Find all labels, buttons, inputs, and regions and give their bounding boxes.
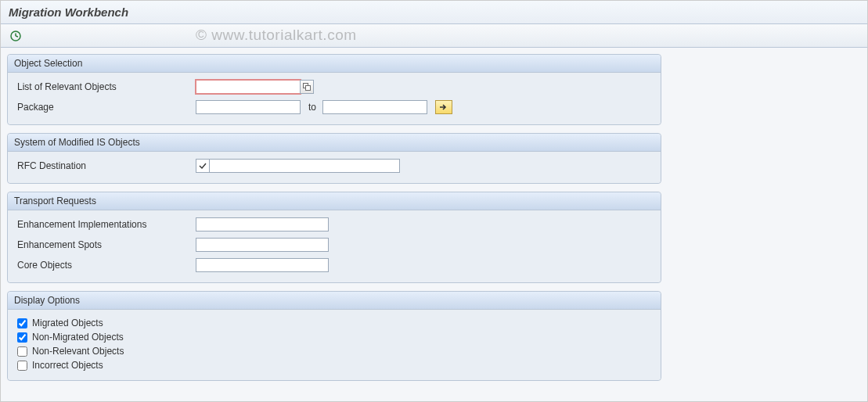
- checkbox-non-relevant-objects[interactable]: [17, 346, 27, 357]
- execute-clock-icon: [9, 30, 22, 42]
- group-transport-requests: Transport Requests Enhancement Implement…: [7, 192, 661, 283]
- arrow-right-icon: [439, 103, 448, 111]
- app-window: Migration Workbench © www.tutorialkart.c…: [0, 0, 868, 402]
- group-header-system-modified: System of Modified IS Objects: [8, 134, 661, 152]
- input-package-from[interactable]: [196, 100, 301, 114]
- input-enh-spots[interactable]: [196, 238, 329, 252]
- row-core-objects: Core Objects: [14, 256, 654, 275]
- page-title: Migration Workbench: [9, 5, 128, 19]
- group-object-selection: Object Selection List of Relevant Object…: [7, 54, 661, 125]
- input-enh-implementations[interactable]: [196, 217, 329, 232]
- row-enh-implementations: Enhancement Implementations: [14, 215, 654, 234]
- row-migrated-objects: Migrated Objects: [17, 318, 654, 328]
- row-list-relevant-objects: List of Relevant Objects: [14, 77, 654, 96]
- group-display-options: Display Options Migrated Objects Non-Mig…: [7, 291, 661, 381]
- label-list-relevant-objects: List of Relevant Objects: [14, 81, 196, 92]
- row-non-migrated-objects: Non-Migrated Objects: [17, 332, 654, 343]
- group-body-object-selection: List of Relevant Objects Package to: [8, 73, 661, 124]
- application-toolbar: [1, 24, 867, 48]
- row-enh-spots: Enhancement Spots: [14, 235, 654, 254]
- label-to: to: [308, 102, 316, 113]
- svg-rect-4: [306, 86, 311, 91]
- checkmark-icon: [199, 162, 207, 170]
- checkbox-incorrect-objects[interactable]: [17, 361, 27, 371]
- execute-button[interactable]: [7, 28, 24, 44]
- label-rfc-destination: RFC Destination: [14, 160, 196, 171]
- label-migrated-objects: Migrated Objects: [32, 318, 103, 328]
- checkbox-migrated-objects[interactable]: [17, 318, 27, 328]
- group-body-transport-requests: Enhancement Implementations Enhancement …: [8, 210, 661, 282]
- f4-help-list-relevant-objects[interactable]: [300, 80, 314, 94]
- row-rfc-destination: RFC Destination: [14, 156, 654, 175]
- group-header-display-options: Display Options: [8, 292, 661, 310]
- label-enh-implementations: Enhancement Implementations: [14, 219, 196, 230]
- input-list-relevant-objects[interactable]: [196, 80, 301, 94]
- label-incorrect-objects: Incorrect Objects: [32, 360, 103, 371]
- row-incorrect-objects: Incorrect Objects: [17, 360, 654, 371]
- row-package: Package to: [14, 98, 654, 117]
- multiple-selection-button[interactable]: [435, 100, 452, 114]
- svg-line-2: [16, 36, 18, 37]
- label-non-relevant-objects: Non-Relevant Objects: [32, 346, 124, 357]
- content-area: Object Selection List of Relevant Object…: [1, 48, 668, 395]
- group-body-display-options: Migrated Objects Non-Migrated Objects No…: [8, 310, 661, 380]
- input-core-objects[interactable]: [196, 258, 329, 272]
- input-rfc-destination[interactable]: [209, 159, 400, 173]
- group-header-transport-requests: Transport Requests: [8, 192, 661, 210]
- label-package: Package: [14, 102, 196, 113]
- checkbox-non-migrated-objects[interactable]: [17, 332, 27, 343]
- group-header-object-selection: Object Selection: [8, 55, 661, 73]
- rfc-check-indicator: [196, 159, 210, 173]
- title-bar: Migration Workbench: [1, 1, 867, 24]
- group-body-system-modified: RFC Destination: [8, 152, 661, 183]
- label-enh-spots: Enhancement Spots: [14, 239, 196, 250]
- label-core-objects: Core Objects: [14, 260, 196, 271]
- search-help-icon: [303, 83, 311, 91]
- row-non-relevant-objects: Non-Relevant Objects: [17, 346, 654, 357]
- input-package-to[interactable]: [322, 100, 427, 114]
- label-non-migrated-objects: Non-Migrated Objects: [32, 332, 124, 343]
- group-system-modified: System of Modified IS Objects RFC Destin…: [7, 133, 661, 184]
